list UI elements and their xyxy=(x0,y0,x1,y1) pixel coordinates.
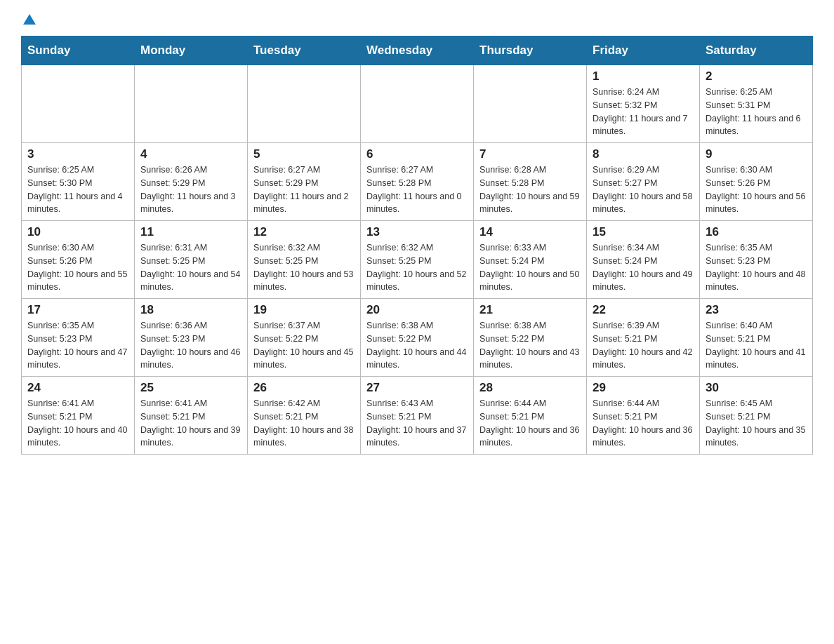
day-info: Sunrise: 6:38 AMSunset: 5:22 PMDaylight:… xyxy=(479,319,581,372)
day-info: Sunrise: 6:42 AMSunset: 5:21 PMDaylight:… xyxy=(253,397,355,450)
day-info: Sunrise: 6:30 AMSunset: 5:26 PMDaylight:… xyxy=(27,241,128,294)
day-number: 25 xyxy=(140,381,241,395)
calendar-cell: 7Sunrise: 6:28 AMSunset: 5:28 PMDaylight… xyxy=(474,143,587,221)
day-number: 4 xyxy=(140,147,241,161)
day-number: 2 xyxy=(706,69,807,83)
day-info: Sunrise: 6:38 AMSunset: 5:22 PMDaylight:… xyxy=(366,319,468,372)
day-number: 9 xyxy=(706,147,807,161)
day-number: 13 xyxy=(366,225,468,239)
calendar-cell: 26Sunrise: 6:42 AMSunset: 5:21 PMDayligh… xyxy=(248,377,361,455)
calendar-cell: 14Sunrise: 6:33 AMSunset: 5:24 PMDayligh… xyxy=(474,221,587,299)
calendar-cell: 8Sunrise: 6:29 AMSunset: 5:27 PMDaylight… xyxy=(587,143,700,221)
calendar-cell: 29Sunrise: 6:44 AMSunset: 5:21 PMDayligh… xyxy=(587,377,700,455)
day-info: Sunrise: 6:25 AMSunset: 5:30 PMDaylight:… xyxy=(27,163,128,216)
day-info: Sunrise: 6:39 AMSunset: 5:21 PMDaylight:… xyxy=(593,319,694,372)
calendar-cell: 13Sunrise: 6:32 AMSunset: 5:25 PMDayligh… xyxy=(361,221,474,299)
weekday-header-row: SundayMondayTuesdayWednesdayThursdayFrid… xyxy=(22,36,813,65)
weekday-header-monday: Monday xyxy=(135,36,248,65)
day-number: 3 xyxy=(27,147,128,161)
day-number: 21 xyxy=(479,303,581,317)
day-number: 30 xyxy=(706,381,807,395)
day-number: 29 xyxy=(593,381,694,395)
day-number: 11 xyxy=(140,225,241,239)
day-info: Sunrise: 6:28 AMSunset: 5:28 PMDaylight:… xyxy=(479,163,581,216)
calendar-week-row: 17Sunrise: 6:35 AMSunset: 5:23 PMDayligh… xyxy=(22,299,813,377)
weekday-header-thursday: Thursday xyxy=(474,36,587,65)
calendar-cell: 20Sunrise: 6:38 AMSunset: 5:22 PMDayligh… xyxy=(361,299,474,377)
day-number: 12 xyxy=(253,225,355,239)
day-info: Sunrise: 6:24 AMSunset: 5:32 PMDaylight:… xyxy=(593,86,694,138)
weekday-header-sunday: Sunday xyxy=(22,36,135,65)
day-info: Sunrise: 6:44 AMSunset: 5:21 PMDaylight:… xyxy=(593,397,694,450)
calendar-cell: 9Sunrise: 6:30 AMSunset: 5:26 PMDaylight… xyxy=(700,143,813,221)
calendar-cell xyxy=(248,65,361,143)
logo-arrow-icon xyxy=(23,14,36,25)
calendar-cell: 3Sunrise: 6:25 AMSunset: 5:30 PMDaylight… xyxy=(22,143,135,221)
day-number: 18 xyxy=(140,303,241,317)
day-info: Sunrise: 6:34 AMSunset: 5:24 PMDaylight:… xyxy=(593,241,694,294)
day-number: 6 xyxy=(366,147,468,161)
day-number: 26 xyxy=(253,381,355,395)
day-info: Sunrise: 6:36 AMSunset: 5:23 PMDaylight:… xyxy=(140,319,241,372)
weekday-header-friday: Friday xyxy=(587,36,700,65)
calendar-cell xyxy=(135,65,248,143)
day-info: Sunrise: 6:37 AMSunset: 5:22 PMDaylight:… xyxy=(253,319,355,372)
day-info: Sunrise: 6:32 AMSunset: 5:25 PMDaylight:… xyxy=(366,241,468,294)
calendar-week-row: 3Sunrise: 6:25 AMSunset: 5:30 PMDaylight… xyxy=(22,143,813,221)
logo xyxy=(21,14,36,25)
calendar-cell: 24Sunrise: 6:41 AMSunset: 5:21 PMDayligh… xyxy=(22,377,135,455)
day-info: Sunrise: 6:32 AMSunset: 5:25 PMDaylight:… xyxy=(253,241,355,294)
day-number: 28 xyxy=(479,381,581,395)
day-info: Sunrise: 6:27 AMSunset: 5:28 PMDaylight:… xyxy=(366,163,468,216)
calendar-cell: 21Sunrise: 6:38 AMSunset: 5:22 PMDayligh… xyxy=(474,299,587,377)
calendar-cell: 15Sunrise: 6:34 AMSunset: 5:24 PMDayligh… xyxy=(587,221,700,299)
day-number: 14 xyxy=(479,225,581,239)
calendar-cell xyxy=(22,65,135,143)
day-info: Sunrise: 6:45 AMSunset: 5:21 PMDaylight:… xyxy=(706,397,807,450)
weekday-header-wednesday: Wednesday xyxy=(361,36,474,65)
day-number: 22 xyxy=(593,303,694,317)
day-number: 5 xyxy=(253,147,355,161)
calendar-cell: 5Sunrise: 6:27 AMSunset: 5:29 PMDaylight… xyxy=(248,143,361,221)
day-number: 19 xyxy=(253,303,355,317)
weekday-header-tuesday: Tuesday xyxy=(248,36,361,65)
day-info: Sunrise: 6:40 AMSunset: 5:21 PMDaylight:… xyxy=(706,319,807,372)
calendar-week-row: 10Sunrise: 6:30 AMSunset: 5:26 PMDayligh… xyxy=(22,221,813,299)
day-number: 16 xyxy=(706,225,807,239)
calendar-cell: 22Sunrise: 6:39 AMSunset: 5:21 PMDayligh… xyxy=(587,299,700,377)
day-number: 8 xyxy=(593,147,694,161)
calendar-cell: 18Sunrise: 6:36 AMSunset: 5:23 PMDayligh… xyxy=(135,299,248,377)
day-number: 15 xyxy=(593,225,694,239)
day-info: Sunrise: 6:29 AMSunset: 5:27 PMDaylight:… xyxy=(593,163,694,216)
day-info: Sunrise: 6:35 AMSunset: 5:23 PMDaylight:… xyxy=(27,319,128,372)
calendar-cell: 16Sunrise: 6:35 AMSunset: 5:23 PMDayligh… xyxy=(700,221,813,299)
calendar-cell: 19Sunrise: 6:37 AMSunset: 5:22 PMDayligh… xyxy=(248,299,361,377)
day-info: Sunrise: 6:27 AMSunset: 5:29 PMDaylight:… xyxy=(253,163,355,216)
calendar-cell: 28Sunrise: 6:44 AMSunset: 5:21 PMDayligh… xyxy=(474,377,587,455)
day-info: Sunrise: 6:31 AMSunset: 5:25 PMDaylight:… xyxy=(140,241,241,294)
day-number: 17 xyxy=(27,303,128,317)
calendar-cell: 4Sunrise: 6:26 AMSunset: 5:29 PMDaylight… xyxy=(135,143,248,221)
day-info: Sunrise: 6:33 AMSunset: 5:24 PMDaylight:… xyxy=(479,241,581,294)
day-number: 23 xyxy=(706,303,807,317)
calendar-cell xyxy=(361,65,474,143)
calendar-cell: 30Sunrise: 6:45 AMSunset: 5:21 PMDayligh… xyxy=(700,377,813,455)
calendar-cell: 17Sunrise: 6:35 AMSunset: 5:23 PMDayligh… xyxy=(22,299,135,377)
weekday-header-saturday: Saturday xyxy=(700,36,813,65)
calendar-week-row: 1Sunrise: 6:24 AMSunset: 5:32 PMDaylight… xyxy=(22,65,813,143)
day-info: Sunrise: 6:43 AMSunset: 5:21 PMDaylight:… xyxy=(366,397,468,450)
day-number: 1 xyxy=(593,69,694,83)
calendar-cell: 6Sunrise: 6:27 AMSunset: 5:28 PMDaylight… xyxy=(361,143,474,221)
calendar-cell: 27Sunrise: 6:43 AMSunset: 5:21 PMDayligh… xyxy=(361,377,474,455)
calendar-week-row: 24Sunrise: 6:41 AMSunset: 5:21 PMDayligh… xyxy=(22,377,813,455)
day-info: Sunrise: 6:30 AMSunset: 5:26 PMDaylight:… xyxy=(706,163,807,216)
calendar-table: SundayMondayTuesdayWednesdayThursdayFrid… xyxy=(21,36,813,455)
day-info: Sunrise: 6:41 AMSunset: 5:21 PMDaylight:… xyxy=(27,397,128,450)
day-number: 20 xyxy=(366,303,468,317)
header xyxy=(21,14,813,25)
calendar-cell: 11Sunrise: 6:31 AMSunset: 5:25 PMDayligh… xyxy=(135,221,248,299)
day-number: 27 xyxy=(366,381,468,395)
day-info: Sunrise: 6:25 AMSunset: 5:31 PMDaylight:… xyxy=(706,86,807,138)
calendar-cell: 23Sunrise: 6:40 AMSunset: 5:21 PMDayligh… xyxy=(700,299,813,377)
calendar-cell: 10Sunrise: 6:30 AMSunset: 5:26 PMDayligh… xyxy=(22,221,135,299)
